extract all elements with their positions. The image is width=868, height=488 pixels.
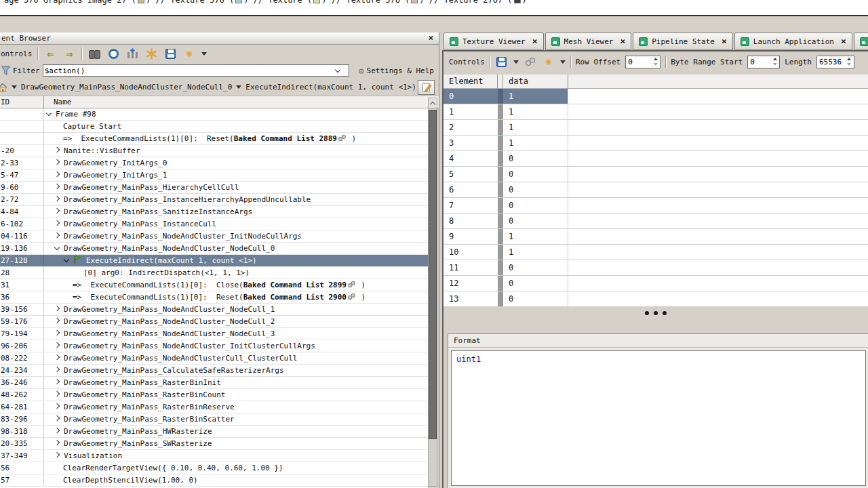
edit-bookmark-button[interactable] (418, 80, 435, 95)
spin-up-icon[interactable] (772, 57, 778, 62)
chevron-right-icon[interactable] (54, 232, 60, 238)
chevron-right-icon[interactable] (54, 428, 60, 433)
chevron-right-icon[interactable] (54, 379, 60, 384)
spin-up-icon[interactable] (846, 57, 852, 62)
buffer-row[interactable]: 120 (443, 276, 868, 291)
event-row[interactable]: 19-136DrawGeometry_MainPass_NodeAndClust… (0, 243, 428, 255)
settings-help-link[interactable]: Settings & Help (367, 66, 434, 75)
event-row[interactable]: 36-246DrawGeometry_MainPass_RasterBinIni… (0, 377, 428, 389)
event-row[interactable]: 2-72DrawGeometry_MainPass_InstanceHierar… (0, 194, 428, 206)
event-row[interactable]: 83-296DrawGeometry_MainPass_RasterBinSca… (0, 413, 428, 426)
chevron-down-icon[interactable] (54, 245, 60, 250)
event-row[interactable]: 2-33DrawGeometry_InitArgs_0 (0, 157, 428, 169)
event-row[interactable]: 27-128ExecuteIndirect(maxCount 1, count … (0, 255, 428, 267)
tab-mesh-viewer[interactable]: Mesh Viewer× (545, 33, 632, 50)
tab-resource[interactable]: Resource (854, 33, 868, 50)
tab-texture-viewer[interactable]: Texture Viewer× (443, 33, 544, 50)
event-row[interactable]: 57ClearDepthStencilView(1.00, 0) (0, 474, 428, 487)
byte-range-start-stepper[interactable] (747, 56, 780, 68)
buffer-row[interactable]: 70 (443, 198, 868, 214)
close-icon[interactable]: × (426, 33, 436, 43)
event-row[interactable]: 5-47DrawGeometry_InitArgs_1 (0, 169, 428, 182)
breadcrumb-group[interactable]: DrawGeometry_MainPass_NodeAndCluster_Nod… (21, 83, 232, 92)
event-row[interactable]: 28[0] arg0: IndirectDispatch(<1, 1, 1>) (0, 267, 428, 279)
column-header-eid[interactable]: ID (0, 96, 44, 108)
chevron-right-icon[interactable] (54, 208, 60, 214)
buffer-row[interactable]: 40 (443, 151, 868, 167)
length-stepper[interactable] (816, 56, 854, 68)
home-icon[interactable] (0, 83, 7, 92)
chevron-down-icon[interactable] (335, 67, 340, 73)
event-row[interactable]: 48-262DrawGeometry_MainPass_RasterBinCou… (0, 389, 428, 401)
chevron-right-icon[interactable] (54, 415, 60, 421)
spin-down-icon[interactable] (772, 62, 778, 67)
event-row[interactable]: 59-176DrawGeometry_MainPass_NodeAndClust… (0, 316, 428, 328)
tab-pipeline-state[interactable]: Pipeline State× (633, 33, 733, 50)
save-data-button[interactable] (495, 55, 509, 68)
chevron-right-icon[interactable] (54, 318, 60, 323)
buffer-row[interactable]: 11 (443, 104, 868, 120)
link-icon[interactable] (338, 134, 347, 142)
buffer-row[interactable]: 60 (443, 182, 868, 198)
event-row[interactable]: 98-318DrawGeometry_MainPass_HWRasterize (0, 426, 428, 438)
chevron-right-icon[interactable] (54, 184, 60, 189)
chevron-down-icon[interactable] (560, 60, 566, 64)
buffer-row[interactable]: 21 (443, 120, 868, 136)
chevron-down-icon[interactable] (201, 52, 207, 56)
event-row[interactable]: 39-156DrawGeometry_MainPass_NodeAndClust… (0, 304, 428, 316)
column-header-name[interactable]: Name (44, 96, 72, 108)
tab-close-icon[interactable]: × (722, 37, 727, 45)
event-row[interactable]: 24-234DrawGeometry_MainPass_CalculateSaf… (0, 365, 428, 377)
breadcrumb-event[interactable]: ExecuteIndirect(maxCount 1, count <1>) (245, 83, 416, 92)
scroll-up-icon[interactable] (429, 98, 437, 108)
plugin-options-button[interactable]: ✺ (542, 55, 555, 68)
format-editor[interactable]: uint1 (451, 350, 866, 486)
event-row[interactable]: 96-206DrawGeometry_MainPass_NodeAndClust… (0, 340, 428, 352)
tab-close-icon[interactable]: × (620, 37, 625, 45)
event-browser-titlebar[interactable]: ent Browser × (0, 33, 439, 45)
event-row[interactable]: 37-349Visualization (0, 450, 428, 462)
chevron-down-icon[interactable] (46, 110, 52, 116)
chevron-right-icon[interactable] (54, 159, 60, 165)
chevron-right-icon[interactable] (54, 220, 60, 226)
event-row[interactable]: 64-281DrawGeometry_MainPass_RasterBinRes… (0, 401, 428, 413)
chevron-down-icon[interactable] (64, 257, 69, 262)
event-row[interactable]: 6-102DrawGeometry_MainPass_InstanceCull (0, 218, 428, 230)
event-tree-scrollbar[interactable] (428, 98, 437, 487)
buffer-row[interactable]: 50 (443, 167, 868, 182)
splitter-handle-icon[interactable] (645, 311, 667, 315)
tab-close-icon[interactable]: × (532, 37, 538, 45)
event-row[interactable]: Capture Start (0, 121, 428, 133)
row-offset-input[interactable] (628, 57, 650, 67)
chevron-right-icon[interactable] (54, 452, 60, 458)
chevron-right-icon[interactable] (54, 354, 60, 360)
chevron-right-icon[interactable] (54, 330, 60, 336)
chevron-right-icon[interactable] (54, 367, 60, 372)
chevron-right-icon[interactable] (54, 403, 60, 409)
event-row[interactable]: 04-116DrawGeometry_MainPass_NodeAndClust… (0, 230, 428, 243)
event-row[interactable]: 08-222DrawGeometry_MainPass_NodeAndClust… (0, 352, 428, 365)
resolve-button[interactable] (144, 47, 158, 60)
options-button[interactable]: ✺ (182, 47, 196, 60)
buffer-row[interactable]: 110 (443, 260, 868, 276)
filter-combobox[interactable] (43, 64, 349, 77)
chevron-right-icon[interactable] (54, 196, 60, 201)
tab-close-icon[interactable]: × (841, 37, 846, 45)
buffer-row[interactable]: 01 (443, 89, 868, 104)
event-row[interactable]: 79-194DrawGeometry_MainPass_NodeAndClust… (0, 328, 428, 340)
event-row[interactable]: => ExecuteCommandLists(1)[0]: Reset(Bake… (0, 133, 428, 145)
row-offset-stepper[interactable] (625, 56, 660, 68)
timings-button[interactable] (106, 47, 120, 60)
follow-link-button[interactable] (524, 55, 537, 68)
next-event-button[interactable]: ⇒ (62, 47, 76, 60)
chevron-down-icon[interactable] (12, 85, 17, 89)
link-icon[interactable] (347, 281, 356, 288)
chevron-down-icon[interactable] (236, 85, 241, 89)
spin-up-icon[interactable] (652, 57, 658, 62)
event-row[interactable]: 20-335DrawGeometry_MainPass_SWRasterize (0, 438, 428, 450)
chevron-down-icon[interactable] (513, 60, 519, 64)
pane-splitter[interactable] (443, 308, 868, 318)
event-row[interactable]: 36=> ExecuteCommandLists(1)[0]: Reset(Ba… (0, 291, 428, 304)
buffer-row[interactable]: 80 (443, 214, 868, 229)
column-divider[interactable] (498, 75, 503, 88)
